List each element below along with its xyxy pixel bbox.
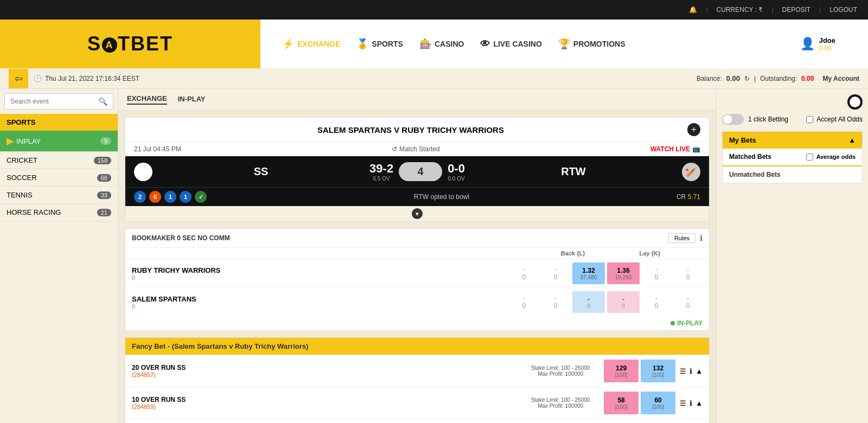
search-box[interactable]: 🔍 (4, 93, 113, 110)
sidebar-section-sports[interactable]: SPORTS (0, 114, 118, 131)
lay1-button-ss[interactable]: - 0 (607, 291, 640, 313)
lay1-button-rtw[interactable]: 1.36 19,260 (607, 262, 640, 284)
wicket-badge-1: 2 (134, 191, 146, 203)
sports-icon: 🏅 (356, 38, 368, 50)
top-bar: 🔔 | CURRENCY : ₹ | DEPOSIT | LOGOUT (0, 0, 868, 20)
my-account-link[interactable]: My Account (822, 75, 859, 82)
fancy-row-2: 10 OVER RUN SS (284859) Stake Limit: 100… (125, 387, 709, 419)
lay2-cell-ss: - 0 (642, 294, 671, 310)
deposit-button[interactable]: DEPOSIT (782, 6, 811, 14)
clock-icon: 🕐 (34, 75, 42, 82)
nav-promotions[interactable]: 🏆 PROMOTIONS (558, 38, 626, 50)
time-info: 🕐 Thu Jul 21, 2022 17:16:34 EEST (34, 75, 691, 82)
fancy-limit-2: Stake Limit: 100 - 25000 Max Profit: 100… (517, 397, 604, 409)
bookmaker-actions: Rules ℹ (668, 233, 703, 243)
cricket-badge: 158 (94, 157, 111, 164)
team1-score-small: 0 (132, 274, 509, 281)
logout-button[interactable]: LOGOUT (829, 6, 857, 14)
sidebar-item-tennis[interactable]: TENNIS 33 (0, 187, 118, 204)
wicket-badge-2: 0 (149, 191, 161, 203)
fancy-info-icon-2[interactable]: ℹ (690, 399, 692, 407)
nav-sports[interactable]: 🏅 SPORTS (356, 38, 403, 50)
content-area: EXCHANGE IN-PLAY SALEM SPARTANS V RUBY T… (118, 89, 716, 423)
wicket-badge-5: ✓ (195, 191, 207, 203)
my-bets-header[interactable]: My Bets ▲ (723, 132, 862, 149)
search-input[interactable] (10, 98, 98, 105)
sidebar-item-soccer[interactable]: SOCCER 68 (0, 169, 118, 187)
bell-icon: 🔔 (689, 6, 697, 14)
over-info: 2 0 1 1 ✓ RTW opted to bowl CR 5.71 (125, 187, 709, 206)
fancy-odds-2: 58 [100] 60 [100] (604, 392, 675, 414)
accept-all-checkbox[interactable] (806, 116, 813, 123)
bets-section: My Bets ▲ Matched Bets Average odds Unma… (722, 131, 863, 183)
live-casino-icon: 👁 (480, 39, 490, 50)
odds-row-ss: SALEM SPARTANS 0 - 0 - 0 - 0 (125, 287, 709, 316)
search-icon: 🔍 (98, 97, 107, 106)
fancy-row-3: 10 OVER RUN SS (284859) Stake Limit: 100… (125, 419, 709, 423)
lay3-cell-ss: - 0 (673, 294, 703, 310)
header: SATBET ⚡ EXCHANGE 🏅 SPORTS 🎰 CASINO 👁 LI… (0, 20, 868, 68)
fancy-back-2[interactable]: 60 [100] (641, 392, 675, 414)
fancy-header: Fancy Bet - (Salem Spartans v Ruby Trich… (125, 338, 709, 355)
nav-exchange[interactable]: ⚡ EXCHANGE (282, 38, 340, 50)
match-plus-button[interactable]: + (687, 123, 700, 136)
watch-live[interactable]: WATCH LIVE 📺 (650, 145, 700, 153)
fancy-actions-2: ☰ ℹ ▲ (680, 399, 703, 407)
logo: SATBET (87, 33, 173, 55)
fancy-odds-1: 129 [100] 132 [100] (604, 360, 675, 382)
fancy-back-1[interactable]: 132 [100] (641, 360, 675, 382)
nav-live-casino[interactable]: 👁 LIVE CASINO (480, 39, 541, 50)
back2-cell: - 0 (541, 266, 570, 281)
exchange-nav-exchange[interactable]: EXCHANGE (127, 94, 167, 105)
fancy-info-icon[interactable]: ℹ (690, 367, 692, 375)
fancy-lay-1[interactable]: 129 [100] (604, 360, 639, 382)
fancy-up-icon[interactable]: ▲ (695, 367, 703, 375)
rules-button[interactable]: Rules (668, 233, 695, 243)
edit-button[interactable]: ✏ (134, 163, 152, 181)
info-icon[interactable]: ℹ (700, 234, 703, 242)
datetime-label: Thu Jul 21, 2022 17:16:34 EEST (45, 75, 139, 82)
team1-score: 39-2 6.5 OV (369, 162, 393, 182)
refresh-icon[interactable]: ↻ (744, 75, 750, 82)
back-header: Back {L} (561, 250, 585, 257)
logo-area: SATBET (0, 20, 260, 68)
balance-value: 0.00 (726, 74, 740, 82)
fancy-actions-1: ☰ ℹ ▲ (680, 367, 703, 375)
bookmaker-title: BOOKMAKER 0 SEC NO COMM (132, 234, 230, 242)
back3-cell-ss: - 0 (509, 294, 539, 310)
fancy-name-1: 20 OVER RUN SS (284857) (132, 364, 517, 378)
match-header: SALEM SPARTANS V RUBY TRICHY WARRIORS + (125, 118, 709, 142)
fancy-list-icon: ☰ (680, 367, 686, 375)
odds-cells-rtw: - 0 - 0 1.32 87,480 1.36 19,260 (509, 262, 703, 284)
expand-button[interactable]: ▼ (412, 208, 423, 219)
back1-button-ss[interactable]: - 0 (572, 291, 605, 313)
fancy-up-icon-2[interactable]: ▲ (695, 399, 703, 407)
inplay-dot (671, 321, 675, 325)
sidebar-toggle-button[interactable]: ⇦ (9, 69, 28, 88)
soccer-badge: 68 (97, 174, 111, 182)
fancy-list-icon-2: ☰ (680, 399, 686, 407)
outstanding-label: Outstanding: (760, 75, 797, 82)
nav-casino[interactable]: 🎰 CASINO (419, 38, 464, 50)
fancy-lay-2[interactable]: 58 [100] (604, 392, 639, 414)
team1-name: RUBY TRICHY WARRIORS (132, 266, 509, 274)
over-text: RTW opted to bowl (210, 193, 673, 201)
bets-collapse-icon: ▲ (848, 136, 856, 144)
currency-selector[interactable]: CURRENCY : ₹ (717, 6, 763, 14)
one-click-label: 1 click Betting (748, 116, 788, 123)
exchange-nav-inplay[interactable]: IN-PLAY (178, 95, 206, 104)
inplay-label: IN-PLAY (125, 316, 709, 330)
one-click-toggle[interactable] (722, 114, 744, 125)
team-name-col-rtw: RUBY TRICHY WARRIORS 0 (132, 266, 509, 281)
inplay-chevron: ▶ (7, 135, 14, 147)
history-icon: ↺ (392, 145, 397, 153)
sidebar-item-inplay[interactable]: ▶ INPLAY 9 (0, 131, 118, 152)
sidebar-item-cricket[interactable]: CRICKET 158 (0, 152, 118, 169)
username: Jdoe (819, 36, 835, 44)
inplay-badge: 9 (100, 137, 111, 145)
avg-odds-checkbox[interactable] (806, 153, 813, 161)
tennis-badge: 33 (97, 191, 111, 199)
sidebar-item-horse-racing[interactable]: HORSE RACING 21 (0, 204, 118, 221)
match-card: SALEM SPARTANS V RUBY TRICHY WARRIORS + … (125, 117, 710, 222)
back1-button-rtw[interactable]: 1.32 87,480 (572, 262, 605, 284)
